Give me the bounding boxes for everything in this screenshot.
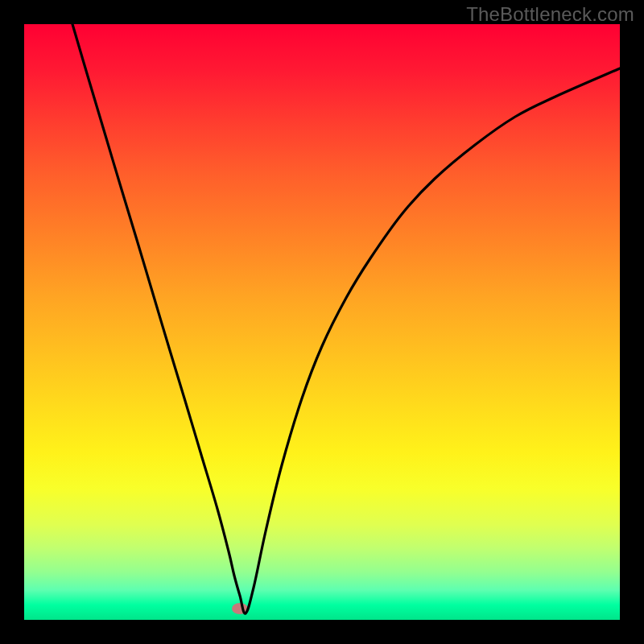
chart-frame: TheBottleneck.com (0, 0, 644, 644)
plot-area (24, 24, 620, 620)
watermark-text: TheBottleneck.com (466, 3, 634, 26)
bottleneck-curve (24, 24, 620, 620)
bottleneck-curve-path (72, 24, 620, 613)
